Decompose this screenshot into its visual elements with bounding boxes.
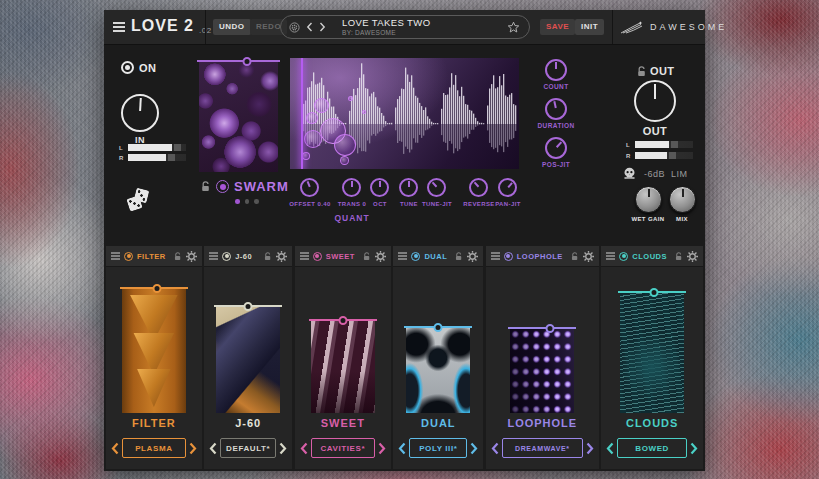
lock-icon[interactable] (363, 252, 371, 261)
browse-icon[interactable] (289, 22, 300, 33)
slider-handle[interactable] (434, 323, 443, 332)
prev-preset-button[interactable] (491, 442, 499, 455)
skull-limiter-icon[interactable] (623, 167, 636, 180)
output-gain-knob[interactable] (634, 80, 676, 122)
gear-icon[interactable] (583, 251, 594, 262)
swarm-position-slider[interactable] (197, 60, 280, 62)
pos-jit-knob[interactable] (545, 137, 567, 159)
power-on-led[interactable] (121, 61, 134, 74)
next-preset-button[interactable] (279, 442, 287, 455)
module-led[interactable] (313, 252, 322, 261)
oct-knob[interactable] (370, 178, 389, 197)
module-slider[interactable] (309, 319, 377, 321)
prev-preset-button[interactable] (111, 442, 119, 455)
slider-handle[interactable] (153, 284, 162, 293)
slider-handle[interactable] (338, 316, 347, 325)
prev-preset-icon[interactable] (306, 22, 313, 32)
module-header: J-60 (204, 246, 292, 267)
swarm-led[interactable] (216, 180, 229, 193)
page-dot[interactable] (254, 199, 259, 204)
module-menu-icon[interactable] (111, 252, 120, 260)
module-menu-icon[interactable] (398, 252, 407, 260)
preset-box[interactable]: DREAMWAVE* (502, 438, 583, 458)
swarm-visual[interactable] (199, 61, 278, 172)
next-preset-button[interactable] (690, 442, 698, 455)
lock-icon[interactable] (264, 252, 272, 261)
next-preset-icon[interactable] (319, 22, 326, 32)
gear-icon[interactable] (467, 251, 478, 262)
save-button[interactable]: SAVE (540, 19, 575, 35)
preset-box[interactable]: CAVITIES* (311, 438, 375, 458)
gear-icon[interactable] (186, 251, 197, 262)
lock-icon[interactable] (174, 252, 182, 261)
slider-handle[interactable] (242, 57, 251, 66)
module-slider[interactable] (508, 327, 576, 329)
waveform-display[interactable] (290, 58, 519, 169)
init-button[interactable]: INIT (575, 19, 604, 35)
output-meter-right: R (626, 152, 693, 159)
lock-icon[interactable] (675, 252, 683, 261)
next-preset-button[interactable] (470, 442, 478, 455)
swarm-page-dots[interactable] (235, 199, 259, 204)
main-menu-icon[interactable] (113, 22, 125, 32)
module-name: SWEET (295, 417, 391, 433)
trans-knob[interactable] (342, 178, 361, 197)
slider-handle[interactable] (546, 324, 555, 333)
gear-icon[interactable] (375, 251, 386, 262)
lock-icon[interactable] (455, 252, 463, 261)
undo-button[interactable]: UNDO (213, 19, 251, 35)
mix-label: MIX (662, 216, 702, 222)
module-slider[interactable] (618, 291, 686, 293)
lock-icon[interactable] (637, 66, 647, 77)
randomize-dice-icon[interactable] (126, 188, 156, 220)
module-led[interactable] (504, 252, 513, 261)
module-led[interactable] (411, 252, 420, 261)
wet-gain-knob[interactable] (635, 186, 662, 213)
favorite-star-icon[interactable] (507, 21, 520, 34)
next-preset-button[interactable] (189, 442, 197, 455)
module-menu-icon[interactable] (606, 252, 615, 260)
module-slider[interactable] (404, 326, 472, 328)
prev-preset-button[interactable] (398, 442, 406, 455)
next-preset-button[interactable] (586, 442, 594, 455)
module-led[interactable] (124, 252, 133, 261)
preset-box[interactable]: BOWED (617, 438, 687, 458)
module-slider[interactable] (214, 305, 282, 307)
meter-fill (128, 154, 166, 161)
reverse-knob[interactable] (469, 178, 488, 197)
page-dot-active[interactable] (235, 199, 240, 204)
prev-preset-button[interactable] (300, 442, 308, 455)
prev-preset-button[interactable] (606, 442, 614, 455)
tune-knob[interactable] (399, 178, 418, 197)
plugin-window: LOVE 2 .02 UNDO REDO LOVE TAKES TWO BY: … (104, 10, 705, 471)
module-menu-icon[interactable] (209, 252, 218, 260)
grain-bubble (334, 134, 356, 156)
gear-icon[interactable] (687, 251, 698, 262)
next-preset-button[interactable] (378, 442, 386, 455)
pan-jit-knob[interactable] (498, 178, 517, 197)
page-dot[interactable] (245, 199, 250, 204)
preset-box[interactable]: POLY III* (409, 438, 467, 458)
tune-jit-knob[interactable] (427, 178, 446, 197)
module-led[interactable] (619, 252, 628, 261)
limiter-label[interactable]: LIM (671, 169, 688, 179)
count-knob[interactable] (545, 59, 567, 81)
offset-knob[interactable] (300, 178, 319, 197)
prev-preset-button[interactable] (209, 442, 217, 455)
input-gain-knob[interactable] (121, 94, 159, 132)
slider-handle[interactable] (244, 302, 253, 311)
module-image (406, 327, 470, 413)
preset-box[interactable]: PLASMA (122, 438, 186, 458)
mix-knob[interactable] (669, 186, 696, 213)
module-slider[interactable] (120, 287, 188, 289)
slider-handle[interactable] (649, 288, 658, 297)
preset-box[interactable]: DEFAULT* (220, 438, 276, 458)
preset-browser[interactable]: LOVE TAKES TWO BY: DAWESOME (280, 15, 530, 39)
duration-knob[interactable] (545, 98, 567, 120)
lock-icon[interactable] (571, 252, 579, 261)
module-menu-icon[interactable] (491, 252, 500, 260)
module-led[interactable] (222, 252, 231, 261)
lock-icon[interactable] (201, 181, 211, 192)
module-menu-icon[interactable] (300, 252, 309, 260)
gear-icon[interactable] (276, 251, 287, 262)
